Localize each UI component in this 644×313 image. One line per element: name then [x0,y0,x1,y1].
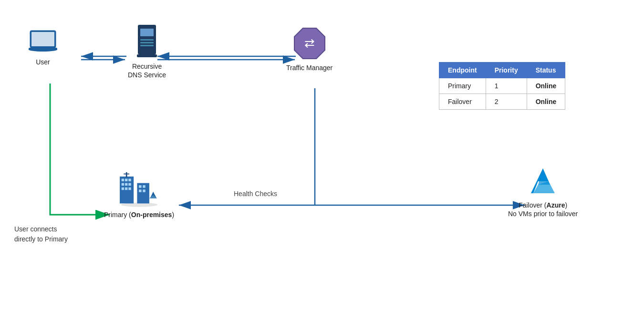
svg-rect-20 [121,179,124,181]
row1-endpoint: Primary [439,78,486,94]
svg-marker-37 [149,195,156,198]
tm-label: Traffic Manager [286,63,332,72]
user-label: User [36,58,50,66]
health-checks-label: Health Checks [234,190,277,198]
svg-rect-29 [125,172,127,177]
table-row: Primary 1 Online [439,78,565,94]
svg-rect-21 [125,179,127,181]
row1-priority: 1 [486,78,527,94]
svg-rect-32 [139,185,141,188]
arrow-user-to-primary [50,83,110,215]
row2-status: Online [527,94,565,110]
failover-sub-label: No VMs prior to failover [508,210,578,218]
table-row: Failover 2 Online [439,94,565,110]
svg-rect-9 [29,48,57,50]
svg-rect-30 [124,174,129,175]
svg-rect-23 [121,183,124,186]
dns-label: RecursiveDNS Service [128,62,166,79]
svg-rect-11 [140,29,154,36]
traffic-manager-icon: ⇄ [292,26,327,61]
row2-priority: 2 [486,94,527,110]
primary-item: Primary (On-premises) [104,169,174,219]
svg-rect-15 [137,54,157,57]
failover-item: Failover (Azure) No VMs prior to failove… [508,165,578,218]
row2-endpoint: Failover [439,94,486,110]
svg-rect-24 [125,183,127,186]
svg-text:⇄: ⇄ [304,36,315,50]
svg-rect-35 [143,189,145,192]
buildings-icon [115,169,163,208]
diagram: (line going right, arrowhead at right en… [0,0,644,313]
azure-icon [524,165,562,198]
svg-rect-14 [140,45,154,46]
user-connects-label: User connectsdirectly to Primary [14,224,68,244]
svg-rect-26 [121,188,124,190]
tm-item: ⇄ Traffic Manager [286,26,332,72]
col-priority: Priority [486,63,527,78]
svg-rect-22 [128,179,131,181]
laptop-icon [26,29,60,55]
svg-rect-12 [140,39,154,41]
failover-label: Failover (Azure) No VMs prior to failove… [508,201,578,218]
col-endpoint: Endpoint [439,63,486,78]
user-item: User [26,29,60,66]
dns-item: RecursiveDNS Service [128,25,166,79]
row1-status: Online [527,78,565,94]
svg-rect-33 [143,185,145,188]
dns-server-icon [134,25,160,59]
svg-rect-34 [139,189,141,192]
primary-label: Primary (On-premises) [104,210,174,219]
svg-rect-13 [140,42,154,43]
svg-rect-28 [128,188,131,190]
svg-rect-27 [125,188,127,190]
svg-rect-25 [128,183,131,186]
svg-rect-7 [31,32,54,46]
endpoint-table: Endpoint Priority Status Primary 1 Onlin… [439,62,565,110]
col-status: Status [527,63,565,78]
